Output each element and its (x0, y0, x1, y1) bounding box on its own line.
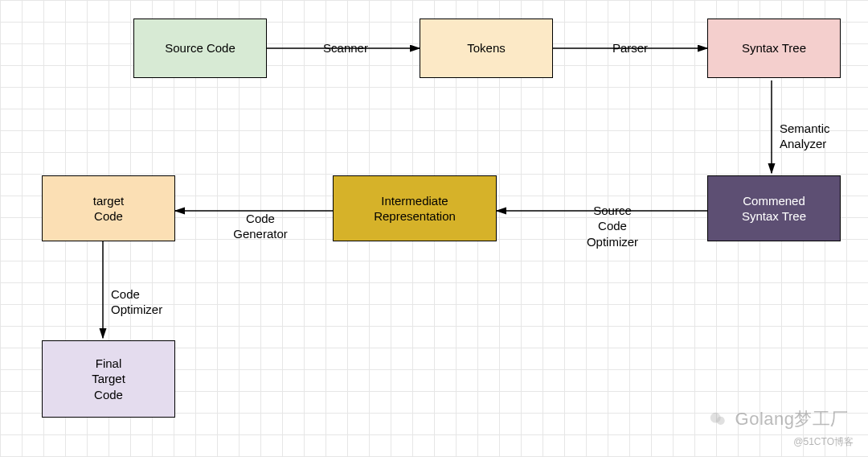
node-label: Commened Syntax Tree (742, 193, 806, 224)
edge-label-code-optimizer: Code Optimizer (111, 270, 191, 318)
node-label: Final Target Code (92, 356, 125, 403)
node-intermediate-representation: Intermediate Representation (333, 175, 497, 241)
edge-label-source-code-optimizer: Source Code Optimizer (572, 187, 653, 249)
wechat-icon (709, 409, 732, 429)
node-label: Syntax Tree (742, 40, 806, 56)
node-source-code: Source Code (133, 19, 267, 78)
edge-label-scanner: Scanner (313, 40, 378, 56)
svg-point-6 (710, 413, 721, 423)
node-commened-syntax-tree: Commened Syntax Tree (707, 175, 841, 241)
edge-label-semantic-analyzer: Semantic Analyzer (780, 105, 852, 152)
diagram-canvas: Source Code Tokens Syntax Tree Commened … (0, 0, 868, 457)
node-label: Intermediate Representation (374, 193, 456, 224)
watermark: Golang梦工厂 (709, 407, 849, 431)
node-label: Tokens (467, 40, 506, 56)
node-final-target-code: Final Target Code (42, 340, 175, 418)
node-syntax-tree: Syntax Tree (707, 19, 841, 78)
node-label: target Code (93, 193, 124, 224)
attribution: @51CTO博客 (793, 435, 854, 449)
node-label: Source Code (165, 40, 235, 56)
watermark-text: Golang梦工厂 (735, 409, 849, 429)
edge-label-parser: Parser (601, 40, 659, 56)
node-target-code: target Code (42, 175, 175, 241)
svg-point-7 (717, 417, 725, 425)
edge-label-code-generator: Code Generator (220, 195, 301, 242)
node-tokens: Tokens (420, 19, 553, 78)
